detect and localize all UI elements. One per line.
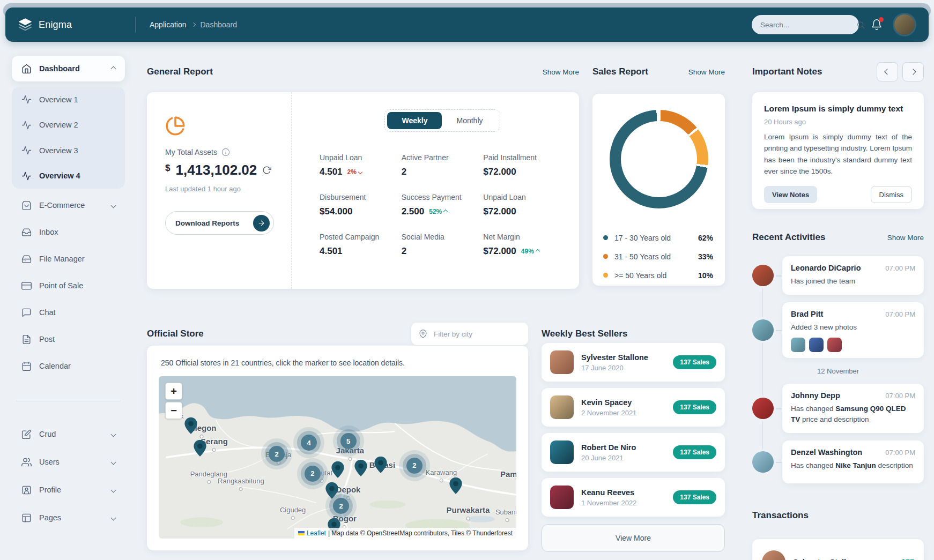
activity-item[interactable]: Brad Pitt 07:00 PM Added 3 new photos bbox=[752, 302, 924, 358]
stat-value: 4.501 bbox=[320, 246, 343, 257]
section-title: Transactions bbox=[752, 510, 809, 521]
sidebar-item-post[interactable]: Post bbox=[12, 326, 125, 352]
view-more-button[interactable]: View More bbox=[542, 524, 725, 552]
toggle-monthly[interactable]: Monthly bbox=[442, 112, 497, 129]
sidebar-item-overview-3[interactable]: Overview 3 bbox=[12, 138, 125, 163]
filter-by-city-box[interactable] bbox=[411, 323, 528, 345]
section-title: Recent Activities bbox=[752, 232, 825, 243]
seller-date: 17 June 2020 bbox=[581, 364, 648, 372]
sidebar-item-file-manager[interactable]: File Manager bbox=[12, 246, 125, 272]
map-cluster-marker[interactable]: 5 bbox=[340, 433, 357, 449]
avatar bbox=[762, 550, 785, 560]
leaflet-link[interactable]: Leaflet bbox=[307, 529, 326, 537]
stat-delta-up: 52% bbox=[429, 208, 447, 215]
seller-name: Kevin Spacey bbox=[581, 398, 636, 407]
notes-next-button[interactable] bbox=[902, 62, 924, 81]
seller-card[interactable]: Robert De Niro 20 June 2021 137 Sales bbox=[542, 433, 725, 472]
sidebar-item-label: Overview 3 bbox=[39, 146, 78, 155]
recent-activities-show-more-link[interactable]: Show More bbox=[887, 234, 924, 242]
map-cluster-marker[interactable]: 2 bbox=[305, 466, 321, 482]
activity-item[interactable]: Leonardo DiCaprio 07:00 PM Has joined th… bbox=[752, 256, 924, 295]
breadcrumb-dashboard[interactable]: Dashboard bbox=[201, 20, 238, 29]
file-text-icon bbox=[21, 334, 32, 345]
assets-amount: 1,413,102.02 bbox=[175, 162, 257, 178]
activity-icon bbox=[21, 120, 32, 130]
stat-success-payment: Success Payment 2.500 52% bbox=[402, 193, 484, 217]
activity-icon bbox=[21, 94, 32, 104]
note-time: 20 Hours ago bbox=[764, 118, 912, 126]
map-pin-marker[interactable] bbox=[374, 457, 387, 473]
avatar bbox=[752, 265, 774, 286]
notifications-button[interactable] bbox=[871, 19, 883, 31]
sales-badge: 137 Sales bbox=[673, 355, 716, 369]
stat-value: $54.000 bbox=[320, 206, 352, 217]
info-icon[interactable] bbox=[221, 148, 230, 156]
sidebar-divider bbox=[16, 401, 121, 401]
sidebar-item-overview-2[interactable]: Overview 2 bbox=[12, 113, 125, 138]
sidebar-item-calendar[interactable]: Calendar bbox=[12, 353, 125, 379]
breadcrumb-application[interactable]: Application bbox=[150, 20, 187, 29]
download-reports-button[interactable]: Download Reports bbox=[165, 211, 274, 235]
user-avatar[interactable] bbox=[894, 14, 915, 35]
sidebar-item-users[interactable]: Users bbox=[12, 449, 125, 475]
brand[interactable]: Enigma bbox=[5, 18, 135, 32]
sidebar-item-crud[interactable]: Crud bbox=[12, 421, 125, 447]
last-updated-text: Last updated 1 hour ago bbox=[165, 185, 275, 193]
map-pin-marker[interactable] bbox=[325, 482, 338, 499]
section-title: Important Notes bbox=[752, 66, 822, 77]
stat-value: $72.000 bbox=[483, 206, 516, 217]
photo-thumbnail[interactable] bbox=[809, 338, 824, 352]
map-pin-marker[interactable] bbox=[331, 461, 344, 478]
toggle-weekly[interactable]: Weekly bbox=[387, 112, 442, 129]
dismiss-button[interactable]: Dismiss bbox=[871, 186, 913, 203]
notes-prev-button[interactable] bbox=[877, 62, 898, 81]
sidebar-item-label: Overview 4 bbox=[39, 171, 80, 180]
map-pin-marker[interactable] bbox=[449, 477, 462, 494]
sidebar-item-overview-4[interactable]: Overview 4 bbox=[12, 163, 125, 189]
seller-card[interactable]: Sylvester Stallone 17 June 2020 137 Sale… bbox=[542, 343, 725, 382]
sidebar-item-chat[interactable]: Chat bbox=[12, 300, 125, 325]
sidebar-item-inbox[interactable]: Inbox bbox=[12, 219, 125, 245]
activity-item[interactable]: Denzel Washington 07:00 PM Has changed N… bbox=[752, 440, 924, 483]
stat-label: Success Payment bbox=[402, 193, 484, 201]
map-pin-marker[interactable] bbox=[184, 417, 197, 434]
chevron-left-icon bbox=[884, 69, 890, 74]
breadcrumb: Application Dashboard bbox=[136, 20, 237, 29]
sidebar-item-point-of-sale[interactable]: Point of Sale bbox=[12, 273, 125, 298]
note-title[interactable]: Lorem Ipsum is simply dummy text bbox=[764, 104, 912, 114]
map-pin-marker[interactable] bbox=[354, 460, 367, 476]
sidebar-item-label: File Manager bbox=[39, 255, 85, 263]
search-box[interactable] bbox=[752, 15, 859, 34]
photo-thumbnail[interactable] bbox=[827, 338, 842, 352]
shopping-bag-icon bbox=[21, 200, 32, 211]
map-attribution: Leaflet | Map data © OpenStreetMap contr… bbox=[294, 528, 516, 539]
refresh-icon[interactable] bbox=[262, 166, 271, 175]
sidebar-item-overview-1[interactable]: Overview 1 bbox=[12, 87, 125, 113]
sidebar-item-profile[interactable]: Profile bbox=[12, 477, 125, 503]
sidebar-item-ecommerce[interactable]: E-Commerce bbox=[12, 192, 125, 218]
activity-item[interactable]: Johnny Depp 07:00 PM Has changed Samsung… bbox=[752, 384, 924, 433]
stat-label: Active Partner bbox=[402, 153, 484, 162]
calendar-icon bbox=[21, 361, 32, 371]
sidebar-item-label: Calendar bbox=[39, 362, 71, 370]
sidebar-item-dashboard[interactable]: Dashboard bbox=[12, 56, 125, 81]
dashboard-page: Enigma Application Dashboard Das bbox=[0, 0, 934, 560]
seller-card[interactable]: Kevin Spacey 2 November 2021 137 Sales bbox=[542, 388, 725, 427]
transaction-item[interactable]: Sylvester Stallone +$77 bbox=[752, 539, 924, 560]
map-pin-marker[interactable] bbox=[194, 440, 206, 457]
map-zoom-in-button[interactable]: + bbox=[165, 383, 182, 400]
timeline-date-divider: 12 November bbox=[752, 365, 924, 376]
sidebar-item-label: Post bbox=[39, 335, 55, 344]
store-map[interactable]: + − Serang Cilegon Jakarta Bekasi Depok … bbox=[159, 376, 516, 539]
view-notes-button[interactable]: View Notes bbox=[764, 186, 817, 203]
seller-card[interactable]: Keanu Reeves 1 November 2022 137 Sales bbox=[542, 478, 725, 517]
search-input[interactable] bbox=[759, 20, 856, 29]
map-cluster-marker[interactable]: 2 bbox=[406, 458, 422, 474]
map-zoom-out-button[interactable]: − bbox=[165, 402, 182, 419]
sidebar-item-pages[interactable]: Pages bbox=[12, 505, 125, 531]
photo-thumbnail[interactable] bbox=[791, 338, 805, 352]
search-icon[interactable] bbox=[856, 20, 865, 29]
sales-badge: 137 Sales bbox=[673, 490, 716, 504]
inbox-icon bbox=[21, 227, 32, 237]
filter-by-city-input[interactable] bbox=[433, 330, 530, 339]
